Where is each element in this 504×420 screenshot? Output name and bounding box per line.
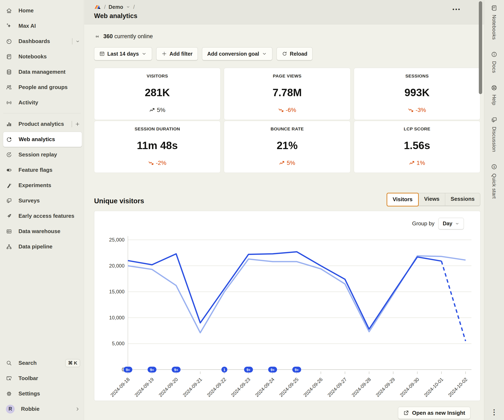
svg-text:2024-09-27: 2024-09-27 [327,377,348,398]
tile-visitors[interactable]: VISITORS 281K 5% [94,68,221,120]
svg-text:2024-09-28: 2024-09-28 [351,377,372,398]
sidebar-item-surveys[interactable]: Surveys [3,193,82,208]
unique-visitors-chart[interactable]: 05,00010,00015,00020,00025,0002024-09-18… [94,211,480,401]
tile-bounce-rate[interactable]: BOUNCE RATE 21% 5% [224,121,350,173]
gauge-icon [6,38,12,45]
tab-visitors[interactable]: Visitors [387,193,419,206]
tile-label: PAGE VIEWS [273,73,301,78]
chevron-down-icon [262,51,267,56]
tile-lcp-score[interactable]: LCP SCORE 1.56s 1% [354,121,480,173]
sidebar-item-data-management[interactable]: Data management [3,64,82,80]
sidebar-item-label: Dashboards [18,38,50,45]
group-by-button[interactable]: Day [438,218,464,229]
open-as-new-insight-button[interactable]: Open as new Insight [398,407,470,419]
rail-more-menu[interactable]: ⋮ [484,408,504,416]
sidebar-item-notebooks[interactable]: Notebooks [3,49,82,64]
sparkle-icon [6,23,12,29]
sidebar-item-search[interactable]: Search ⌘ K [3,355,82,371]
tile-delta: -3% [408,107,426,113]
add-filter-button[interactable]: Add filter [156,47,198,60]
tile-value: 993K [404,86,430,99]
sidebar-item-dashboards[interactable]: Dashboards [3,34,82,49]
tile-delta: 5% [279,160,295,166]
sidebar-item-experiments[interactable]: Experiments [3,178,82,193]
discussion-icon [491,117,498,123]
annotation-badge: 9+ [292,367,301,372]
add-conversion-goal-button[interactable]: Add conversion goal [202,47,272,60]
tab-sessions[interactable]: Sessions [445,193,480,206]
filter-toolbar: Last 14 days Add filter Add conversion g… [94,47,484,60]
group-by-control: Group by Day [412,218,464,229]
tile-sessions[interactable]: SESSIONS 993K -3% [354,68,480,120]
sidebar-item-settings[interactable]: Settings [3,386,82,401]
sidebar-item-label: Feature flags [18,167,53,173]
rail-item-help[interactable]: Help [491,84,498,105]
calendar-icon [99,51,105,56]
pipeline-icon [6,244,12,250]
breadcrumb: / Demo / [94,3,484,11]
sidebar-item-product-analytics[interactable]: Product analytics [3,116,82,132]
svg-text:25,000: 25,000 [109,237,125,243]
sidebar: Home Max AI Dashboards Notebooks Data ma… [0,0,84,420]
sidebar-item-activity[interactable]: Activity [3,95,82,110]
sidebar-item-feature-flags[interactable]: Feature flags [3,162,82,178]
sidebar-item-label: People and groups [18,84,68,90]
svg-text:2024-09-19: 2024-09-19 [133,377,155,398]
tab-views[interactable]: Views [419,193,445,206]
top-bar: / Demo / Web analytics ••• [84,0,484,24]
main-content: / Demo / Web analytics ••• 360 currently… [84,0,484,420]
trend-up-icon [279,161,285,165]
svg-text:5,000: 5,000 [112,341,125,346]
reload-button[interactable]: Reload [276,47,312,60]
sidebar-item-data-pipeline[interactable]: Data pipeline [3,239,82,254]
metric-tiles: VISITORS 281K 5% PAGE VIEWS 7.78M -6% SE… [94,68,480,173]
server-icon [6,228,12,234]
more-menu-button[interactable]: ••• [453,6,461,12]
breadcrumb-project[interactable]: Demo [108,4,123,10]
metric-toggle-group: Visitors Views Sessions [387,193,480,206]
tile-label: SESSIONS [405,73,429,78]
group-by-label: Group by [412,220,434,227]
sidebar-item-data-warehouse[interactable]: Data warehouse [3,224,82,239]
tile-session-duration[interactable]: SESSION DURATION 11m 48s -2% [94,121,221,173]
rail-item-docs[interactable]: Docs [491,51,498,73]
sidebar-item-account[interactable]: R Robbie [3,401,82,417]
sidebar-item-toolbar[interactable]: Toolbar [3,371,82,386]
gear-icon [6,391,12,397]
svg-text:2024-09-30: 2024-09-30 [399,377,420,398]
section-title: Unique visitors [94,197,144,206]
tile-page-views[interactable]: PAGE VIEWS 7.78M -6% [224,68,350,120]
svg-text:2024-09-22: 2024-09-22 [206,377,227,398]
notebook-icon [491,5,498,11]
toolbar-icon [6,375,12,382]
posthog-logo-icon[interactable] [94,4,101,10]
rail-item-label: Docs [491,61,497,73]
chevron-down-icon [126,5,130,9]
chart-footer: Open as new Insight [84,407,470,419]
svg-text:9+: 9+ [271,368,275,372]
bar-chart-icon [6,121,12,127]
tile-delta: -2% [148,160,166,166]
scrollbar[interactable] [479,1,482,94]
sidebar-item-early-access[interactable]: Early access features [3,208,82,224]
sidebar-item-label: Session replay [18,151,57,158]
unique-visitors-section-header: Unique visitors Visitors Views Sessions [94,193,480,206]
annotation-badge: 1 [221,367,227,372]
sidebar-item-max-ai[interactable]: Max AI [3,18,82,34]
rail-item-discussion[interactable]: Discussion [491,117,498,152]
toggle-icon [6,167,12,173]
sidebar-item-session-replay[interactable]: Session replay [3,147,82,162]
sidebar-item-label: Notebooks [18,53,47,60]
rail-item-quick-start[interactable]: 1 Quick start [491,163,498,199]
database-icon [6,69,12,75]
rail-item-notebooks[interactable]: Notebooks [491,5,498,40]
trend-down-icon [408,108,414,112]
svg-text:9+: 9+ [126,368,130,372]
sidebar-item-label: Surveys [18,197,40,204]
date-range-button[interactable]: Last 14 days [94,47,152,60]
tile-label: SESSION DURATION [135,126,180,132]
annotation-badge: 9+ [244,367,253,372]
sidebar-item-web-analytics[interactable]: Web analytics [3,132,82,147]
sidebar-item-home[interactable]: Home [3,3,82,18]
sidebar-item-people-and-groups[interactable]: People and groups [3,80,82,95]
